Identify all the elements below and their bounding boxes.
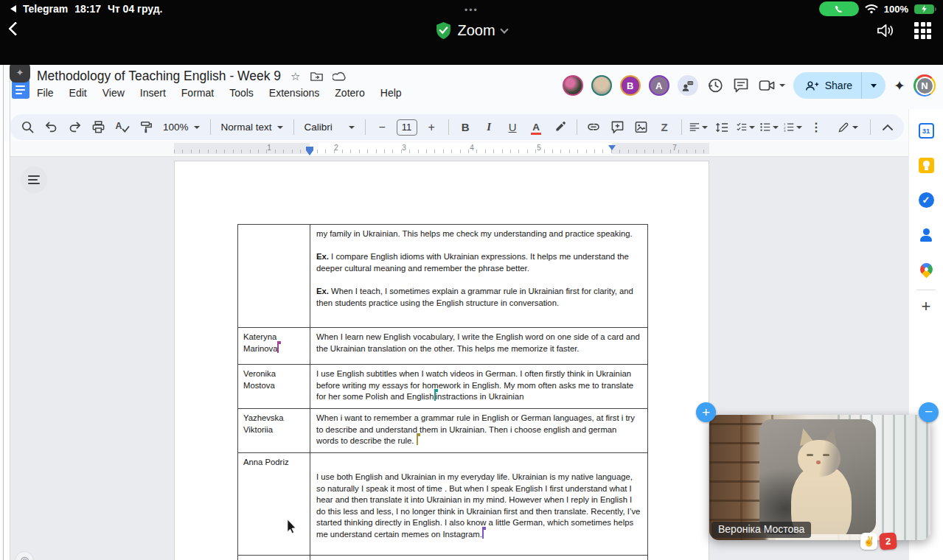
table-cell-name[interactable]: Veronika Mostova	[238, 365, 310, 408]
collaborator-avatar-2[interactable]	[591, 75, 612, 96]
document-status-cloud-icon[interactable]	[333, 71, 347, 82]
floating-assistant-button[interactable]: ✦	[10, 62, 30, 83]
hide-menus-icon[interactable]	[878, 118, 897, 136]
account-avatar[interactable]: N	[914, 74, 936, 97]
chevron-down-icon	[749, 126, 755, 129]
more-options-icon[interactable]: ⋮	[807, 118, 826, 136]
styles-select[interactable]: Normal text	[218, 122, 286, 133]
comments-icon[interactable]	[732, 77, 750, 94]
right-indent-marker[interactable]	[608, 145, 616, 150]
paragraph: I use English subtitles when I watch vid…	[316, 368, 641, 403]
tasks-panel-button[interactable]: ✓	[918, 192, 934, 208]
menu-help[interactable]: Help	[380, 87, 402, 99]
highlight-color-icon[interactable]	[551, 118, 569, 136]
video-call-pip[interactable]: Вероніка Мостова + − ✌ 2	[709, 415, 930, 540]
menu-zotero[interactable]: Zotero	[335, 87, 364, 99]
table-cell-name[interactable]	[238, 225, 310, 327]
search-menus-icon[interactable]	[18, 118, 37, 136]
explore-button[interactable]	[15, 551, 34, 560]
pip-expand-button[interactable]: +	[696, 402, 716, 422]
left-indent-marker[interactable]	[306, 150, 313, 155]
ruler-number: 1	[267, 144, 271, 152]
back-to-app[interactable]: Telegram 18:17 Чт 04 груд.	[10, 3, 163, 15]
document-page[interactable]: my family in Ukrainian. This helps me ch…	[174, 161, 709, 560]
maps-panel-button[interactable]	[918, 261, 934, 277]
video-frame: Вероніка Мостова	[709, 415, 930, 540]
menu-file[interactable]: File	[37, 87, 54, 99]
text-color-button[interactable]: A	[527, 118, 546, 136]
speaker-icon[interactable]	[877, 22, 895, 39]
star-icon[interactable]: ☆	[290, 71, 300, 82]
menu-format[interactable]: Format	[181, 87, 214, 99]
editing-mode-select[interactable]	[833, 118, 863, 136]
move-to-folder-icon[interactable]	[310, 71, 323, 82]
table-cell-text[interactable]: When i want to remember a grammar rule i…	[310, 409, 647, 452]
zotero-button[interactable]: Z	[655, 118, 674, 136]
chevron-down-icon	[773, 126, 779, 129]
spellcheck-icon[interactable]: A	[113, 118, 131, 136]
toolbar: A 100% Normal text Calibri − 11	[10, 114, 904, 140]
ruler-number: 5	[537, 144, 541, 152]
zoom-select[interactable]: 100%	[160, 122, 203, 133]
increase-font-size-button[interactable]: +	[422, 118, 441, 136]
menu-tools[interactable]: Tools	[229, 87, 254, 99]
document-title[interactable]: Methodology of Teaching English - Week 9	[37, 69, 281, 84]
font-select[interactable]: Calibri	[302, 122, 358, 133]
table-cell-name[interactable]: Anna Podriz	[238, 453, 310, 555]
add-comment-icon[interactable]	[608, 118, 627, 136]
align-select[interactable]	[689, 118, 708, 136]
share-button[interactable]: Share	[793, 72, 885, 99]
reaction-badge[interactable]: ✌	[860, 533, 877, 550]
document-outline-button[interactable]	[21, 167, 47, 193]
table-cell-text[interactable]: When I learn new English vocabulary, I w…	[310, 328, 647, 364]
get-addons-button[interactable]: +	[918, 298, 934, 315]
canvas-left-border	[10, 65, 10, 560]
zoom-app-title[interactable]: Zoom	[0, 22, 943, 39]
active-call-pill[interactable]	[819, 1, 859, 16]
collaborator-avatar-a[interactable]: A	[649, 75, 669, 96]
calendar-panel-button[interactable]: 31	[918, 122, 934, 139]
checklist-select[interactable]	[737, 118, 755, 136]
redo-icon[interactable]	[66, 118, 84, 136]
paint-format-icon[interactable]	[136, 118, 155, 136]
collaborator-avatar-1[interactable]	[563, 75, 583, 96]
pip-minimize-button[interactable]: −	[919, 402, 939, 422]
font-size-input[interactable]: 11	[397, 119, 417, 136]
underline-button[interactable]: U	[504, 118, 522, 136]
version-history-icon[interactable]	[706, 77, 724, 94]
window-handle-dots[interactable]: •••	[464, 5, 479, 15]
table-cell-name[interactable]: Kateryna Marinova	[238, 328, 310, 364]
gemini-icon[interactable]: ✦	[894, 77, 905, 94]
share-dropdown[interactable]	[862, 84, 885, 88]
decrease-font-size-button[interactable]: −	[373, 118, 392, 136]
undo-icon[interactable]	[42, 118, 60, 136]
bold-button[interactable]: B	[456, 118, 475, 136]
insert-image-icon[interactable]	[632, 118, 650, 136]
table-cell-name[interactable]: Yazhevska Viktoriia	[238, 409, 310, 452]
apps-grid-icon[interactable]	[914, 22, 931, 39]
table-cell-text[interactable]	[310, 556, 647, 560]
table-cell-name[interactable]	[238, 556, 310, 560]
share-people-icon	[805, 80, 819, 91]
chevron-down-icon	[277, 126, 283, 129]
italic-button[interactable]: I	[480, 118, 498, 136]
menu-extensions[interactable]: Extensions	[269, 87, 319, 99]
menu-edit[interactable]: Edit	[69, 87, 87, 99]
join-video-call-button[interactable]	[758, 77, 785, 94]
contacts-panel-button[interactable]	[918, 226, 934, 242]
menu-insert[interactable]: Insert	[140, 87, 166, 99]
print-icon[interactable]	[89, 118, 108, 136]
notification-count-badge[interactable]: 2	[879, 532, 897, 550]
collaborator-avatar-b[interactable]: B	[620, 75, 641, 96]
bulleted-list-select[interactable]	[760, 118, 779, 136]
paragraph: When i want to remember a grammar rule i…	[316, 413, 641, 447]
keep-panel-button[interactable]	[918, 157, 934, 173]
table-cell-text[interactable]: my family in Ukrainian. This helps me ch…	[310, 225, 647, 327]
table-cell-text[interactable]: I use English subtitles when I watch vid…	[310, 365, 647, 408]
table-cell-text[interactable]: I use both English and Ukrainian in my e…	[310, 453, 647, 555]
numbered-list-select[interactable]: 123	[784, 118, 802, 136]
insert-link-icon[interactable]	[585, 118, 603, 136]
line-spacing-icon[interactable]	[713, 118, 731, 136]
menu-view[interactable]: View	[102, 87, 125, 99]
hidden-collaborators-button[interactable]	[678, 75, 698, 96]
